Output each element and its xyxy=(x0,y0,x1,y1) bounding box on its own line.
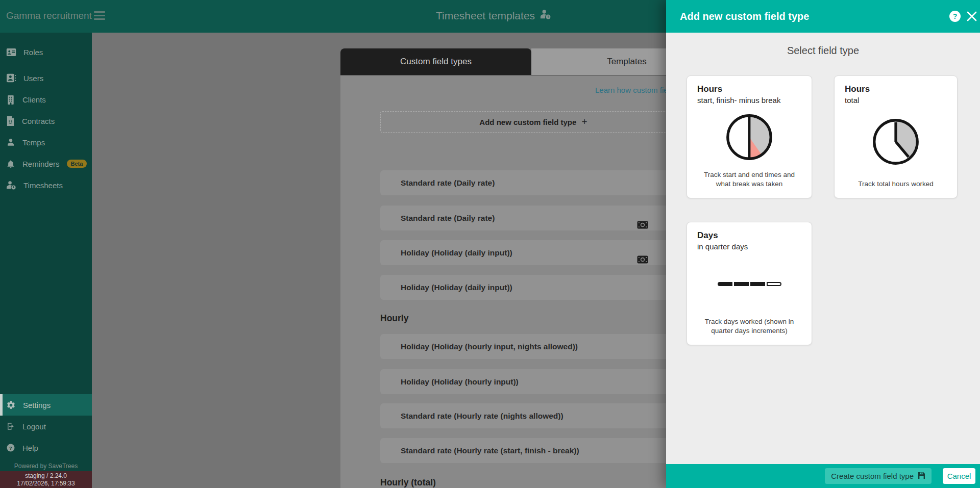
sidebar-item-help[interactable]: ? Help xyxy=(0,437,92,458)
card-title: Hours xyxy=(845,84,947,94)
field-type-row[interactable]: Holiday (Holiday (hourly input)) xyxy=(380,369,687,394)
card-title: Days xyxy=(697,230,801,241)
logout-icon xyxy=(6,422,15,431)
learn-how-link[interactable]: Learn how custom fiel xyxy=(595,86,670,94)
sidebar-item-reminders[interactable]: Reminders Beta xyxy=(0,153,92,174)
card-title: Hours xyxy=(697,84,801,94)
card-description: Track days worked (shown in quarter days… xyxy=(697,317,801,337)
bell-icon xyxy=(6,159,15,169)
sidebar-item-label: Temps xyxy=(22,138,45,147)
add-custom-field-type-button[interactable]: Add new custom field type + xyxy=(380,111,687,133)
add-field-type-drawer: Add new custom field type ? Select field… xyxy=(666,0,980,488)
app-screen: Gamma recruitment Timesheet templates xyxy=(0,0,980,488)
row-label: Holiday (Holiday (hourly input, nights a… xyxy=(401,342,578,351)
row-label: Standard rate (Daily rate) xyxy=(401,214,495,222)
card-description: Track start and end times and what break… xyxy=(697,170,801,190)
create-custom-field-type-button[interactable]: Create custom field type xyxy=(825,468,932,484)
sidebar-item-label: Contracts xyxy=(22,117,55,125)
drawer-footer: Create custom field type Cancel xyxy=(666,464,980,488)
field-type-row[interactable]: Holiday (Holiday (hourly input, nights a… xyxy=(380,334,687,359)
row-label: Holiday (Holiday (daily input)) xyxy=(401,248,512,257)
page-title: Timesheet templates xyxy=(436,9,551,22)
field-type-row[interactable]: Standard rate (Hourly rate (nights allow… xyxy=(380,403,687,428)
sidebar-item-timesheets[interactable]: Timesheets xyxy=(0,174,92,196)
sidebar: Roles Users Clients xyxy=(0,33,92,488)
user-list-icon xyxy=(6,73,16,83)
field-type-row[interactable]: Standard rate (Daily rate) xyxy=(380,170,687,195)
sidebar-item-roles[interactable]: Roles xyxy=(0,41,92,63)
quarter-days-bar-icon xyxy=(697,251,801,317)
field-type-row[interactable]: Standard rate (Hourly rate (start, finis… xyxy=(380,438,687,463)
sidebar-item-clients[interactable]: Clients xyxy=(0,89,92,110)
sidebar-item-logout[interactable]: Logout xyxy=(0,416,92,437)
powered-by-text: Powered by SaveTrees xyxy=(0,463,92,470)
svg-text:?: ? xyxy=(9,445,12,451)
timestamp-text: 17/02/2026, 17:59:33 xyxy=(0,480,92,487)
field-type-card-hours-total[interactable]: Hours total Track total hours worked xyxy=(834,75,958,198)
sidebar-item-label: Roles xyxy=(23,48,43,57)
page-title-text: Timesheet templates xyxy=(436,10,535,22)
sidebar-item-users[interactable]: Users xyxy=(0,67,92,89)
drawer-header: Add new custom field type ? xyxy=(666,0,980,33)
clock-start-finish-break-icon xyxy=(697,105,801,170)
person-clock-icon xyxy=(540,9,551,22)
sidebar-item-label: Timesheets xyxy=(23,181,63,190)
beta-badge: Beta xyxy=(67,160,87,168)
field-type-card-days[interactable]: Days in quarter days Track days worked (… xyxy=(687,222,812,345)
tab-custom-field-types[interactable]: Custom field types xyxy=(340,48,531,75)
version-text: staging / 2.24.0 xyxy=(0,472,92,480)
create-button-label: Create custom field type xyxy=(831,472,914,480)
section-title-hourly-total: Hourly (total) xyxy=(380,477,436,488)
sidebar-item-label: Help xyxy=(22,444,38,452)
add-button-label: Add new custom field type xyxy=(479,118,576,126)
close-icon[interactable] xyxy=(966,10,978,22)
sidebar-item-label: Settings xyxy=(23,401,51,409)
sidebar-item-settings[interactable]: Settings xyxy=(0,394,92,416)
drawer-title: Add new custom field type xyxy=(680,11,809,22)
card-subtitle: start, finish- minus break xyxy=(697,96,801,105)
sidebar-item-label: Logout xyxy=(22,422,46,431)
select-field-type-heading: Select field type xyxy=(666,45,980,57)
gear-icon xyxy=(6,400,16,410)
field-type-card-hours-start-finish[interactable]: Hours start, finish- minus break Track s… xyxy=(687,75,812,198)
sidebar-item-label: Clients xyxy=(22,95,46,104)
app-logo: Gamma recruitment xyxy=(6,10,92,21)
row-label: Standard rate (Hourly rate (start, finis… xyxy=(401,446,579,455)
card-subtitle: total xyxy=(845,96,947,105)
row-label: Holiday (Holiday (daily input)) xyxy=(401,283,512,292)
row-label: Standard rate (Hourly rate (nights allow… xyxy=(401,412,564,420)
cancel-button[interactable]: Cancel xyxy=(943,468,975,484)
document-icon xyxy=(6,116,15,126)
plus-icon: + xyxy=(582,116,587,127)
money-icon xyxy=(637,214,648,239)
sidebar-item-temps[interactable]: Temps xyxy=(0,132,92,153)
sidebar-item-contracts[interactable]: Contracts xyxy=(0,110,92,132)
version-bar: staging / 2.24.0 17/02/2026, 17:59:33 xyxy=(0,471,92,488)
field-type-row[interactable]: Standard rate (Daily rate) xyxy=(380,206,687,230)
money-icon xyxy=(637,248,648,273)
card-description: Track total hours worked xyxy=(845,179,947,190)
contact-card-icon xyxy=(6,48,16,57)
row-label: Standard rate (Daily rate) xyxy=(401,178,495,187)
row-label: Holiday (Holiday (hourly input)) xyxy=(401,377,519,386)
section-title-hourly: Hourly xyxy=(380,313,408,324)
building-icon xyxy=(6,95,15,105)
person-clock-icon xyxy=(6,181,16,190)
save-icon xyxy=(918,472,925,481)
hamburger-menu-icon[interactable] xyxy=(94,11,105,20)
help-icon[interactable]: ? xyxy=(949,11,961,22)
sidebar-item-label: Reminders xyxy=(22,160,60,168)
person-icon xyxy=(6,138,15,147)
sidebar-item-label: Users xyxy=(23,74,43,83)
field-type-row[interactable]: Holiday (Holiday (daily input)) xyxy=(380,240,687,265)
help-circle-icon: ? xyxy=(6,443,15,452)
card-subtitle: in quarter days xyxy=(697,242,801,251)
field-type-row[interactable]: Holiday (Holiday (daily input)) xyxy=(380,275,687,300)
clock-total-icon xyxy=(845,105,947,179)
